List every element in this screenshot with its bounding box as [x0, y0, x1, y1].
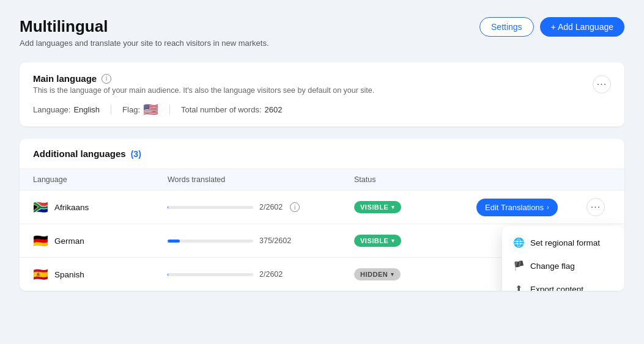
words-count-afrikaans: 2/2602	[259, 203, 283, 211]
language-name-spanish: Spanish	[54, 270, 84, 279]
col-more	[587, 175, 611, 184]
set-regional-icon: 🌐	[513, 237, 524, 248]
col-words-translated: Words translated	[168, 175, 354, 184]
change-flag-icon: 🏴	[513, 260, 524, 271]
additional-languages-count: (3)	[131, 149, 141, 159]
status-label-german: VISIBLE	[360, 237, 388, 244]
status-chevron-spanish: ▾	[391, 271, 394, 277]
edit-translations-label: Edit Translations	[485, 203, 544, 212]
status-chevron-german: ▾	[391, 238, 395, 244]
main-language-header: Main language i This is the language of …	[33, 73, 611, 95]
status-label-afrikaans: VISIBLE	[360, 203, 388, 211]
language-cell-afrikaans: 🇿🇦 Afrikaans	[33, 201, 168, 213]
progress-bar-bg-german	[168, 240, 253, 243]
main-language-card: Main language i This is the language of …	[20, 62, 624, 126]
language-name-afrikaans: Afrikaans	[54, 203, 89, 212]
edit-translations-chevron: ›	[547, 203, 549, 211]
page-subtitle: Add languages and translate your site to…	[20, 38, 269, 48]
progress-bar-fill-german	[168, 240, 180, 243]
dropdown-item-change-flag[interactable]: 🏴 Change flag	[502, 254, 624, 277]
set-regional-label: Set regional format	[530, 238, 600, 247]
language-cell-spanish: 🇪🇸 Spanish	[33, 268, 168, 280]
additional-languages-title: Additional languages	[33, 148, 126, 159]
additional-languages-card: Additional languages (3) Language Words …	[20, 139, 624, 291]
language-name-item: Language: English	[33, 105, 100, 114]
main-lang-title-row: Main language i	[33, 73, 374, 84]
more-cell-afrikaans: ···	[587, 198, 611, 216]
divider-1	[111, 104, 111, 114]
language-value: English	[73, 105, 100, 114]
language-cell-german: 🇩🇪 German	[33, 235, 168, 247]
language-label: Language:	[33, 105, 70, 114]
table-row: 🇿🇦 Afrikaans 2/2602 i VISIBLE ▾ Edit Tra…	[20, 191, 624, 224]
dropdown-item-set-regional[interactable]: 🌐 Set regional format	[502, 231, 624, 254]
status-cell-german: VISIBLE ▾	[354, 235, 476, 247]
flag-emoji: 🇺🇸	[143, 103, 158, 115]
main-lang-info: Main language i This is the language of …	[33, 73, 374, 95]
main-language-info-icon[interactable]: i	[102, 74, 111, 84]
page-title: Multilingual	[20, 17, 269, 36]
flag-label: Flag:	[122, 105, 140, 114]
flag-afrikaans: 🇿🇦	[33, 201, 48, 213]
words-info-icon-afrikaans[interactable]: i	[290, 202, 300, 212]
main-language-dots-button[interactable]: ···	[593, 75, 611, 93]
status-chevron-afrikaans: ▾	[391, 204, 395, 210]
progress-bar-bg-spanish	[168, 273, 253, 276]
progress-bar-bg-afrikaans	[168, 206, 253, 209]
export-content-icon: ⬆	[513, 284, 524, 291]
flag-german: 🇩🇪	[33, 235, 48, 247]
dropdown-menu: 🌐 Set regional format 🏴 Change flag ⬆ Ex…	[502, 226, 624, 291]
words-cell-afrikaans: 2/2602 i	[168, 202, 354, 212]
words-cell-german: 375/2602	[168, 236, 354, 245]
page-header: Multilingual Add languages and translate…	[20, 17, 624, 48]
change-flag-label: Change flag	[530, 262, 575, 271]
table-header: Language Words translated Status	[20, 169, 624, 191]
status-cell-afrikaans: VISIBLE ▾	[354, 201, 476, 213]
edit-translations-button-afrikaans[interactable]: Edit Translations ›	[476, 199, 558, 216]
add-language-button[interactable]: + Add Language	[540, 17, 624, 37]
actions-cell-afrikaans: Edit Translations ›	[476, 199, 587, 216]
words-count-german: 375/2602	[259, 236, 291, 245]
flag-item: Flag: 🇺🇸	[122, 103, 158, 115]
status-badge-spanish[interactable]: HIDDEN ▾	[354, 268, 401, 280]
words-cell-spanish: 2/2602	[168, 270, 354, 279]
total-words-label: Total number of words:	[181, 105, 262, 114]
language-name-german: German	[54, 236, 84, 246]
settings-button[interactable]: Settings	[479, 17, 534, 37]
words-count-spanish: 2/2602	[259, 270, 283, 279]
status-label-spanish: HIDDEN	[360, 271, 388, 278]
status-badge-afrikaans[interactable]: VISIBLE ▾	[354, 201, 401, 213]
header-actions: Settings + Add Language	[479, 17, 624, 37]
export-content-label: Export content	[530, 285, 583, 291]
page-container: Multilingual Add languages and translate…	[0, 0, 644, 320]
total-words-value: 2602	[265, 105, 283, 114]
col-status: Status	[354, 175, 476, 184]
flag-spanish: 🇪🇸	[33, 268, 48, 280]
page-title-section: Multilingual Add languages and translate…	[20, 17, 269, 48]
col-language: Language	[33, 175, 168, 184]
status-badge-german[interactable]: VISIBLE ▾	[354, 235, 401, 247]
main-language-info-row: Language: English Flag: 🇺🇸 Total number …	[33, 95, 611, 126]
total-words-item: Total number of words: 2602	[181, 105, 282, 114]
status-cell-spanish: HIDDEN ▾	[354, 268, 476, 280]
additional-languages-header: Additional languages (3)	[20, 139, 624, 169]
afrikaans-dots-button[interactable]: ···	[587, 198, 605, 216]
col-actions	[476, 175, 587, 184]
dropdown-item-export-content[interactable]: ⬆ Export content	[502, 277, 624, 291]
main-language-description: This is the language of your main audien…	[33, 86, 374, 95]
divider-2	[169, 104, 170, 114]
main-language-title: Main language	[33, 73, 97, 84]
